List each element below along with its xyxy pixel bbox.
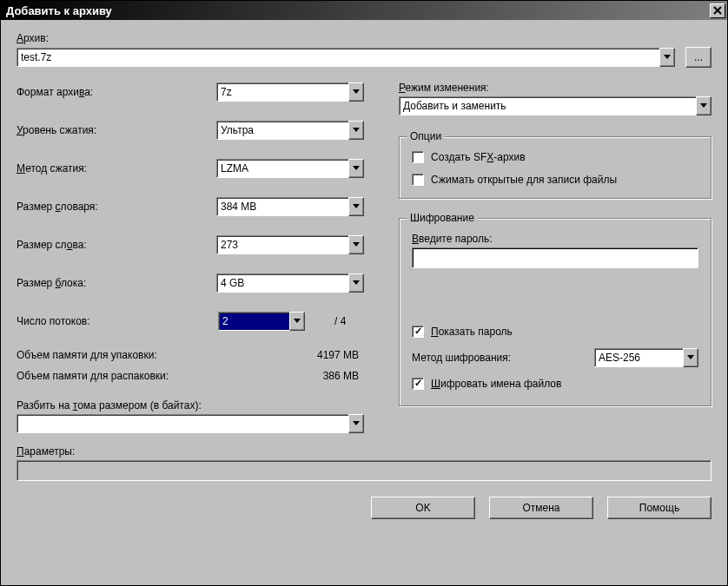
chevron-down-icon <box>353 242 360 247</box>
format-dropdown[interactable]: 7z <box>216 82 364 102</box>
mem-unpack-label: Объем памяти для распаковки: <box>17 370 323 382</box>
compress-open-checkbox-row[interactable]: Сжимать открытые для записи файлы <box>412 174 698 186</box>
archive-section: Архив: test.7z ... <box>17 32 711 68</box>
params-input[interactable] <box>17 460 711 481</box>
chevron-down-icon <box>664 55 671 60</box>
chevron-down-icon <box>700 103 707 109</box>
archive-name-dropdown[interactable]: test.7z <box>17 48 675 67</box>
encrypt-names-checkbox[interactable] <box>412 378 424 390</box>
close-icon <box>713 6 722 15</box>
block-label: Размер блока: <box>17 277 216 289</box>
format-label: Формат архива: <box>17 86 216 98</box>
footer-buttons: OK Отмена Помощь <box>17 497 711 519</box>
encrypt-names-checkbox-row[interactable]: Шифровать имена файлов <box>412 378 698 390</box>
update-dropdown[interactable]: Добавить и заменить <box>399 96 711 115</box>
chevron-down-icon <box>353 89 360 95</box>
params-label: Параметры: <box>17 445 711 458</box>
password-input[interactable] <box>412 247 698 268</box>
archive-dropdown-button[interactable] <box>659 48 675 67</box>
level-label: Уровень сжатия: <box>17 124 216 136</box>
chevron-down-icon <box>353 280 360 286</box>
options-legend: Опции <box>407 130 445 142</box>
encryption-method-label: Метод шифрования: <box>412 352 586 364</box>
compress-open-label: Сжимать открытые для записи файлы <box>431 174 617 186</box>
help-button[interactable]: Помощь <box>607 497 711 519</box>
browse-button[interactable]: ... <box>685 47 711 68</box>
archive-name-value: test.7z <box>17 48 659 67</box>
chevron-down-icon <box>353 204 360 209</box>
dialog-content: Архив: test.7z ... Формат архива: 7z <box>1 20 727 585</box>
close-button[interactable] <box>710 3 725 18</box>
mem-pack-label: Объем памяти для упаковки: <box>17 349 317 361</box>
sfx-checkbox[interactable] <box>412 151 424 163</box>
method-dropdown[interactable]: LZMA <box>216 159 364 178</box>
options-groupbox: Опции Создать SFX-архив Сжимать открытые… <box>399 136 711 199</box>
sfx-label: Создать SFX-архив <box>431 151 526 163</box>
titlebar: Добавить к архиву <box>1 1 727 20</box>
chevron-down-icon <box>687 355 694 360</box>
dictionary-dropdown[interactable]: 384 MB <box>216 197 364 216</box>
compress-open-checkbox[interactable] <box>412 174 424 186</box>
chevron-down-icon <box>353 128 360 133</box>
titlebar-title: Добавить к архиву <box>6 4 708 17</box>
threads-label: Число потоков: <box>17 315 218 327</box>
block-dropdown[interactable]: 4 GB <box>216 273 364 293</box>
threads-dropdown[interactable]: 2 <box>218 312 305 331</box>
split-label: Разбить на тома размером (в байтах): <box>17 399 364 412</box>
threads-max: / 4 <box>334 315 346 327</box>
word-dropdown[interactable]: 273 <box>216 235 364 254</box>
dictionary-label: Размер словаря: <box>17 201 216 213</box>
left-column: Формат архива: 7z Уровень сжатия: Ультра <box>17 82 364 433</box>
method-label: Метод сжатия: <box>17 162 216 174</box>
ok-button[interactable]: OK <box>371 497 475 519</box>
chevron-down-icon <box>294 319 301 324</box>
password-label: Введите пароль: <box>412 233 698 245</box>
chevron-down-icon <box>353 166 360 171</box>
show-password-checkbox-row[interactable]: Показать пароль <box>412 326 698 338</box>
dialog-window: Добавить к архиву Архив: test.7z ... Фор… <box>0 0 728 586</box>
encryption-groupbox: Шифрование Введите пароль: Показать паро… <box>399 218 711 406</box>
update-label: Режим изменения: <box>399 82 711 94</box>
archive-label: Архив: <box>17 32 711 44</box>
encryption-legend: Шифрование <box>407 212 478 224</box>
split-dropdown[interactable] <box>17 414 364 433</box>
mem-pack-value: 4197 MB <box>317 349 364 361</box>
mem-unpack-value: 386 MB <box>323 370 364 382</box>
show-password-checkbox[interactable] <box>412 326 424 338</box>
word-label: Размер слова: <box>17 239 216 251</box>
right-column: Режим изменения: Добавить и заменить Опц… <box>399 82 711 433</box>
show-password-label: Показать пароль <box>431 326 513 338</box>
encryption-method-dropdown[interactable]: AES-256 <box>594 348 698 367</box>
cancel-button[interactable]: Отмена <box>489 497 593 519</box>
level-dropdown[interactable]: Ультра <box>216 121 364 140</box>
sfx-checkbox-row[interactable]: Создать SFX-архив <box>412 151 698 163</box>
encrypt-names-label: Шифровать имена файлов <box>431 378 561 390</box>
chevron-down-icon <box>353 421 360 426</box>
